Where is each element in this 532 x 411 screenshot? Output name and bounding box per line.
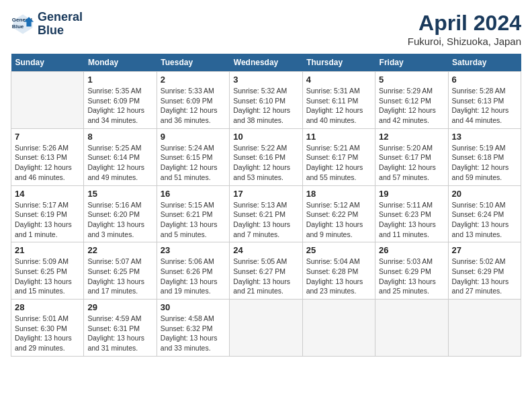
day-header-tuesday: Tuesday xyxy=(157,54,229,72)
day-info: Sunrise: 5:16 AM Sunset: 6:20 PM Dayligh… xyxy=(87,200,152,240)
day-info: Sunrise: 5:01 AM Sunset: 6:30 PM Dayligh… xyxy=(15,314,80,353)
day-number: 27 xyxy=(452,245,517,255)
calendar-cell: 10Sunrise: 5:22 AM Sunset: 6:16 PM Dayli… xyxy=(230,128,302,185)
calendar-cell: 4Sunrise: 5:31 AM Sunset: 6:11 PM Daylig… xyxy=(302,72,375,129)
calendar-cell: 7Sunrise: 5:26 AM Sunset: 6:13 PM Daylig… xyxy=(11,128,84,185)
calendar-cell: 27Sunrise: 5:02 AM Sunset: 6:29 PM Dayli… xyxy=(448,242,521,300)
day-header-thursday: Thursday xyxy=(302,54,375,72)
location: Fukuroi, Shizuoka, Japan xyxy=(408,36,521,47)
day-number: 22 xyxy=(87,245,152,255)
day-info: Sunrise: 5:03 AM Sunset: 6:29 PM Dayligh… xyxy=(379,257,444,296)
calendar-cell xyxy=(11,72,84,129)
calendar-cell: 25Sunrise: 5:04 AM Sunset: 6:28 PM Dayli… xyxy=(302,242,375,300)
day-info: Sunrise: 5:29 AM Sunset: 6:12 PM Dayligh… xyxy=(379,86,444,126)
day-info: Sunrise: 5:32 AM Sunset: 6:10 PM Dayligh… xyxy=(233,86,298,126)
day-info: Sunrise: 5:11 AM Sunset: 6:23 PM Dayligh… xyxy=(379,200,444,240)
day-info: Sunrise: 5:04 AM Sunset: 6:28 PM Dayligh… xyxy=(306,257,371,296)
calendar-cell: 1Sunrise: 5:35 AM Sunset: 6:09 PM Daylig… xyxy=(84,72,157,129)
calendar-cell xyxy=(230,300,302,357)
calendar-cell: 21Sunrise: 5:09 AM Sunset: 6:25 PM Dayli… xyxy=(11,242,84,300)
day-header-friday: Friday xyxy=(375,54,448,72)
day-number: 4 xyxy=(306,75,371,85)
calendar-cell: 6Sunrise: 5:28 AM Sunset: 6:13 PM Daylig… xyxy=(448,72,521,129)
calendar-cell: 15Sunrise: 5:16 AM Sunset: 6:20 PM Dayli… xyxy=(84,185,157,242)
day-number: 14 xyxy=(15,189,80,199)
day-info: Sunrise: 5:28 AM Sunset: 6:13 PM Dayligh… xyxy=(452,86,517,126)
day-info: Sunrise: 5:10 AM Sunset: 6:24 PM Dayligh… xyxy=(452,200,517,240)
day-info: Sunrise: 5:31 AM Sunset: 6:11 PM Dayligh… xyxy=(306,86,371,126)
day-number: 25 xyxy=(306,245,371,255)
day-info: Sunrise: 5:35 AM Sunset: 6:09 PM Dayligh… xyxy=(87,86,152,126)
calendar-cell: 17Sunrise: 5:13 AM Sunset: 6:21 PM Dayli… xyxy=(230,185,302,242)
calendar-cell: 24Sunrise: 5:05 AM Sunset: 6:27 PM Dayli… xyxy=(230,242,302,300)
day-info: Sunrise: 5:26 AM Sunset: 6:13 PM Dayligh… xyxy=(15,143,80,183)
calendar-cell xyxy=(375,300,448,357)
logo-text: General Blue xyxy=(38,11,83,38)
month-title: April 2024 xyxy=(408,11,521,36)
day-number: 30 xyxy=(161,302,226,312)
calendar-cell: 23Sunrise: 5:06 AM Sunset: 6:26 PM Dayli… xyxy=(157,242,229,300)
calendar-cell: 29Sunrise: 4:59 AM Sunset: 6:31 PM Dayli… xyxy=(84,300,157,357)
calendar-cell: 13Sunrise: 5:19 AM Sunset: 6:18 PM Dayli… xyxy=(448,128,521,185)
day-number: 8 xyxy=(87,132,152,142)
calendar-cell: 30Sunrise: 4:58 AM Sunset: 6:32 PM Dayli… xyxy=(157,300,229,357)
day-number: 11 xyxy=(306,132,371,142)
day-number: 7 xyxy=(15,132,80,142)
day-number: 1 xyxy=(87,75,152,85)
day-info: Sunrise: 5:15 AM Sunset: 6:21 PM Dayligh… xyxy=(161,200,226,240)
day-header-monday: Monday xyxy=(84,54,157,72)
day-number: 21 xyxy=(15,245,80,255)
day-number: 13 xyxy=(452,132,517,142)
day-info: Sunrise: 5:07 AM Sunset: 6:25 PM Dayligh… xyxy=(87,257,152,296)
logo: General Blue General Blue xyxy=(11,11,83,38)
calendar-cell: 14Sunrise: 5:17 AM Sunset: 6:19 PM Dayli… xyxy=(11,185,84,242)
calendar-cell: 16Sunrise: 5:15 AM Sunset: 6:21 PM Dayli… xyxy=(157,185,229,242)
calendar-cell: 12Sunrise: 5:20 AM Sunset: 6:17 PM Dayli… xyxy=(375,128,448,185)
day-info: Sunrise: 5:20 AM Sunset: 6:17 PM Dayligh… xyxy=(379,143,444,183)
day-info: Sunrise: 5:05 AM Sunset: 6:27 PM Dayligh… xyxy=(233,257,298,296)
day-number: 2 xyxy=(161,75,226,85)
day-info: Sunrise: 5:13 AM Sunset: 6:21 PM Dayligh… xyxy=(233,200,298,240)
calendar-table: SundayMondayTuesdayWednesdayThursdayFrid… xyxy=(11,54,521,357)
day-info: Sunrise: 5:33 AM Sunset: 6:09 PM Dayligh… xyxy=(161,86,226,126)
day-info: Sunrise: 5:06 AM Sunset: 6:26 PM Dayligh… xyxy=(161,257,226,296)
day-number: 29 xyxy=(87,302,152,312)
calendar-cell: 19Sunrise: 5:11 AM Sunset: 6:23 PM Dayli… xyxy=(375,185,448,242)
day-number: 23 xyxy=(161,245,226,255)
day-number: 24 xyxy=(233,245,298,255)
calendar-cell xyxy=(302,300,375,357)
calendar-cell: 28Sunrise: 5:01 AM Sunset: 6:30 PM Dayli… xyxy=(11,300,84,357)
day-info: Sunrise: 5:02 AM Sunset: 6:29 PM Dayligh… xyxy=(452,257,517,296)
day-number: 3 xyxy=(233,75,298,85)
title-area: April 2024 Fukuroi, Shizuoka, Japan xyxy=(408,11,521,47)
day-number: 18 xyxy=(306,189,371,199)
day-number: 17 xyxy=(233,189,298,199)
calendar-cell: 8Sunrise: 5:25 AM Sunset: 6:14 PM Daylig… xyxy=(84,128,157,185)
day-info: Sunrise: 5:17 AM Sunset: 6:19 PM Dayligh… xyxy=(15,200,80,240)
calendar-cell: 3Sunrise: 5:32 AM Sunset: 6:10 PM Daylig… xyxy=(230,72,302,129)
day-number: 15 xyxy=(87,189,152,199)
calendar-cell: 2Sunrise: 5:33 AM Sunset: 6:09 PM Daylig… xyxy=(157,72,229,129)
day-info: Sunrise: 5:21 AM Sunset: 6:17 PM Dayligh… xyxy=(306,143,371,183)
svg-text:Blue: Blue xyxy=(12,24,24,30)
header: General Blue General Blue April 2024 Fuk… xyxy=(11,11,521,47)
day-number: 12 xyxy=(379,132,444,142)
calendar-cell xyxy=(448,300,521,357)
day-info: Sunrise: 5:24 AM Sunset: 6:15 PM Dayligh… xyxy=(161,143,226,183)
day-number: 9 xyxy=(161,132,226,142)
calendar-cell: 9Sunrise: 5:24 AM Sunset: 6:15 PM Daylig… xyxy=(157,128,229,185)
calendar-cell: 26Sunrise: 5:03 AM Sunset: 6:29 PM Dayli… xyxy=(375,242,448,300)
day-number: 6 xyxy=(452,75,517,85)
day-number: 16 xyxy=(161,189,226,199)
day-info: Sunrise: 5:19 AM Sunset: 6:18 PM Dayligh… xyxy=(452,143,517,183)
day-info: Sunrise: 4:58 AM Sunset: 6:32 PM Dayligh… xyxy=(161,314,226,353)
day-header-wednesday: Wednesday xyxy=(230,54,302,72)
day-number: 5 xyxy=(379,75,444,85)
day-number: 19 xyxy=(379,189,444,199)
calendar-cell: 5Sunrise: 5:29 AM Sunset: 6:12 PM Daylig… xyxy=(375,72,448,129)
calendar-cell: 20Sunrise: 5:10 AM Sunset: 6:24 PM Dayli… xyxy=(448,185,521,242)
day-info: Sunrise: 5:22 AM Sunset: 6:16 PM Dayligh… xyxy=(233,143,298,183)
day-info: Sunrise: 5:25 AM Sunset: 6:14 PM Dayligh… xyxy=(87,143,152,183)
day-info: Sunrise: 5:12 AM Sunset: 6:22 PM Dayligh… xyxy=(306,200,371,240)
calendar-cell: 22Sunrise: 5:07 AM Sunset: 6:25 PM Dayli… xyxy=(84,242,157,300)
